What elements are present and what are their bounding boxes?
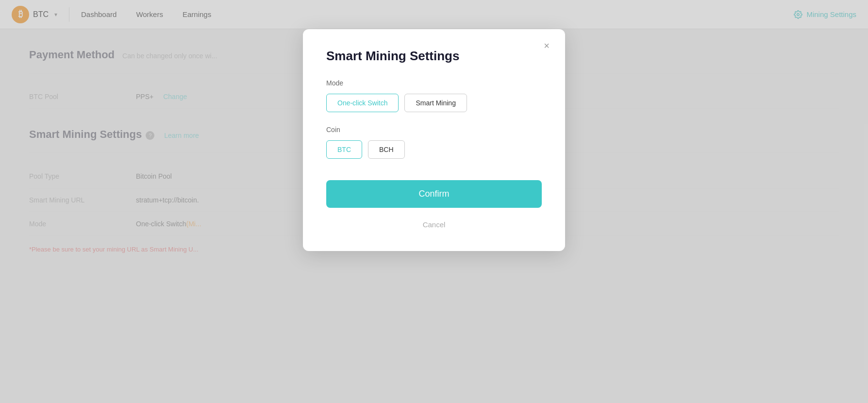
cancel-button[interactable]: Cancel — [326, 216, 542, 234]
coin-btc[interactable]: BTC — [326, 140, 362, 159]
mode-smart-mining[interactable]: Smart Mining — [404, 94, 467, 112]
mode-field-label: Mode — [326, 79, 542, 87]
mode-one-click-switch[interactable]: One-click Switch — [326, 94, 399, 112]
modal-overlay: × Smart Mining Settings Mode One-click S… — [0, 0, 868, 403]
coin-field-label: Coin — [326, 126, 542, 134]
mode-option-group: One-click Switch Smart Mining — [326, 94, 542, 112]
smart-mining-modal: × Smart Mining Settings Mode One-click S… — [303, 29, 565, 251]
confirm-button[interactable]: Confirm — [326, 180, 542, 208]
coin-option-group: BTC BCH — [326, 140, 542, 159]
modal-close-button[interactable]: × — [540, 39, 553, 52]
coin-bch[interactable]: BCH — [368, 140, 405, 159]
modal-title: Smart Mining Settings — [326, 49, 542, 64]
